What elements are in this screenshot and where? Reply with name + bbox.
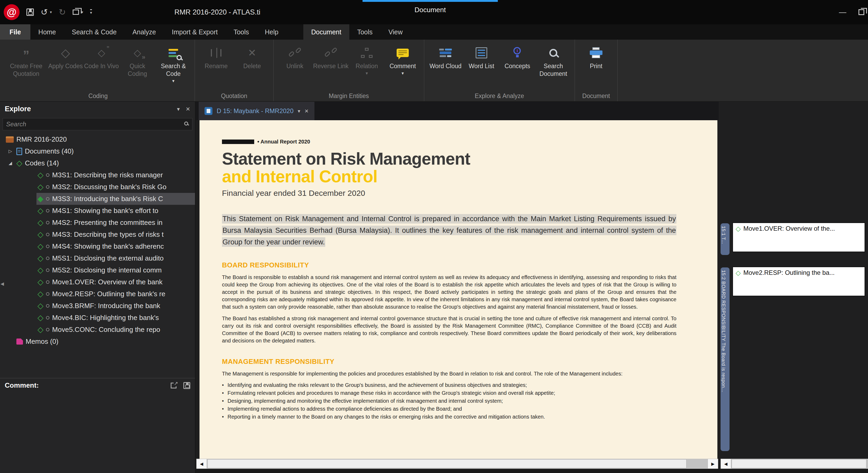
atlasti-logo-icon: @ [4,4,20,20]
delete-button[interactable]: Delete [234,42,270,70]
tree-item-code-move5[interactable]: Move5.CONC: Concluding the repo [0,324,195,336]
code-diamond-filled-icon [37,195,43,203]
create-free-quotation-button[interactable]: Create Free Quotation [5,42,48,78]
undo-dropdown-icon[interactable] [50,10,52,14]
window-switch-icon[interactable] [73,9,79,15]
code-diamond-icon [37,302,43,310]
explore-panel-header: Explore [0,102,195,116]
save-comment-icon[interactable] [183,382,190,389]
tab-home[interactable]: Home [30,24,64,40]
code-circle-icon [46,209,50,213]
restore-button[interactable] [859,9,864,15]
code-circle-icon [46,174,50,177]
tab-tools[interactable]: Tools [226,24,257,40]
code-diamond-icon [37,266,43,274]
margin-code-box-move2[interactable]: Move2.RESP: Outlining the ba... [733,266,865,296]
quotation-bar-15-2[interactable]: 15:2 BOARD RESPONSIBILITY The Board is r… [720,267,730,451]
scroll-left-button[interactable] [720,459,731,469]
chevron-expanded-icon[interactable] [7,160,14,166]
search-input[interactable] [3,118,192,130]
tab-help[interactable]: Help [257,24,286,40]
concepts-icon [508,44,527,61]
tree-item-code-move3[interactable]: Move3.BRMF: Introducing the bank [0,300,195,312]
tree-item-code-m4s2[interactable]: M4S2: Presenting the committees in [0,217,195,228]
tab-dropdown-icon[interactable] [298,108,301,114]
tree-item-documents[interactable]: Documents (40) [0,145,195,157]
tab-file[interactable]: File [0,24,30,40]
relation-button[interactable]: Relation [349,42,385,76]
tree-item-memos[interactable]: Memos (0) [0,336,195,347]
save-icon[interactable] [26,8,34,16]
open-in-new-window-icon[interactable] [171,383,177,388]
comment-label: Comment: [5,381,164,389]
tree-item-code-m4s4[interactable]: M4S4: Showing the bank's adherenc [0,241,195,252]
tab-analyze[interactable]: Analyze [124,24,164,40]
margin-horizontal-scrollbar[interactable] [720,459,868,469]
tree-item-project[interactable]: RMR 2016-2020 [0,133,195,145]
document-horizontal-scrollbar[interactable] [196,459,718,469]
code-diamond-icon [37,207,43,215]
panel-close-icon[interactable] [185,106,190,112]
quotation-bar-15-1[interactable]: 15:1 T... [720,223,730,255]
reverse-link-icon [321,44,340,61]
rename-icon [207,44,226,61]
tab-import-export[interactable]: Import & Export [164,24,226,40]
undo-icon[interactable] [41,8,48,17]
margin-code-box-move1[interactable]: Move1.OVER: Overview of the... [733,222,865,252]
concepts-button[interactable]: Concepts [499,42,535,70]
tree-item-codes[interactable]: Codes (14) [0,157,195,169]
chevron-collapsed-icon[interactable] [7,149,14,154]
tree-item-code-m5s2[interactable]: M5S2: Disclosing the internal comm [0,264,195,276]
ribbon-tab-row: File Home Search & Code Analyze Import &… [0,24,868,40]
report-line: • Annual Report 2020 [257,139,310,145]
document-tab-active[interactable]: D 15: Maybank - RMR2020 [199,102,314,120]
document-canvas[interactable]: • Annual Report 2020 Statement on Risk M… [199,120,717,459]
tree-item-code-move2[interactable]: Move2.RESP: Outlining the bank's re [0,288,195,300]
redo-icon[interactable] [59,8,66,17]
window-title: RMR 2016-2020 - ATLAS.ti [175,0,260,24]
tree-item-code-move4[interactable]: Move4.BIC: Highlighting the bank's [0,312,195,324]
bullet-item: Reporting in a timely manner to the Boar… [222,413,676,421]
reverse-link-button[interactable]: Reverse Link [313,42,349,70]
scrollbar-thumb[interactable] [208,459,686,468]
search-document-button[interactable]: Search Document [535,42,571,78]
quick-coding-button[interactable]: » Quick Coding [119,42,155,78]
comment-button[interactable]: Comment [385,42,421,76]
tab-tools-contextual[interactable]: Tools [349,24,380,40]
minimize-button[interactable] [839,8,846,17]
rename-button[interactable]: Rename [198,42,234,70]
quick-access-toolbar: @ [4,0,92,24]
tree-item-code-m3s1[interactable]: M3S1: Describing the risks manager [0,169,195,181]
scroll-right-button[interactable] [708,459,718,469]
unlink-button[interactable]: Unlink [277,42,313,70]
tree-item-code-move1[interactable]: Move1.OVER: Overview of the bank [0,276,195,288]
tab-close-icon[interactable] [304,108,309,114]
search-document-icon [544,44,563,61]
scrollbar-thumb[interactable] [732,459,866,468]
word-cloud-button[interactable]: Word Cloud [428,42,463,70]
tab-view-contextual[interactable]: View [380,24,411,40]
code-diamond-icon [37,326,43,334]
code-diamond-icon [37,243,43,250]
apply-codes-button[interactable]: Apply Codes [48,42,84,70]
code-diamond-icon [37,171,43,179]
tree-item-code-m4s1[interactable]: M4S1: Showing the bank's effort to [0,205,195,217]
comment-icon [393,44,412,61]
customize-toolbar-icon[interactable] [90,9,92,15]
scroll-left-button[interactable] [196,459,207,469]
code-in-vivo-button[interactable]: Code In Vivo [84,42,119,70]
word-list-button[interactable]: Word List [463,42,499,70]
code-circle-icon [46,316,50,319]
tab-search-and-code[interactable]: Search & Code [64,24,125,40]
tree-item-code-m5s1[interactable]: M5S1: Disclosing the external audito [0,252,195,264]
print-button[interactable]: Print [578,42,614,70]
tab-document-contextual[interactable]: Document [303,24,349,40]
code-circle-icon [46,197,50,200]
tree-item-code-m3s3-selected[interactable]: M3S3: Introducing the bank's Risk C [0,193,195,205]
bullet-item: Implementing remedial actions to address… [222,405,676,413]
search-and-code-button[interactable]: Search & Code [155,42,191,84]
tree-item-code-m4s3[interactable]: M4S3: Describing the types of risks t [0,228,195,241]
panel-collapse-icon[interactable] [1,280,4,288]
panel-dropdown-icon[interactable] [177,106,180,112]
tree-item-code-m3s2[interactable]: M3S2: Discussing the bank's Risk Go [0,181,195,193]
